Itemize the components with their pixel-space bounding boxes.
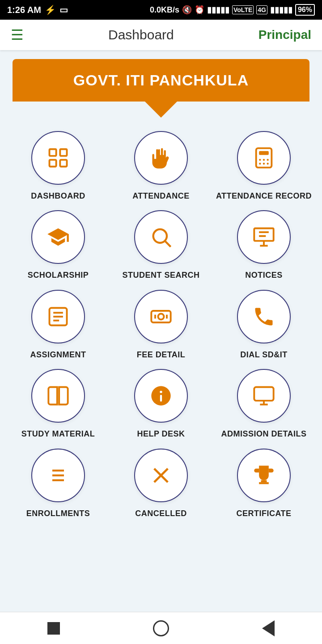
svg-point-11 [267, 163, 269, 165]
svg-rect-2 [50, 160, 56, 166]
fee-detail-circle [134, 290, 188, 343]
menu-item-study-material[interactable]: STUDY MATERIAL [9, 369, 107, 439]
network-speed: 0.0KB/s [150, 5, 179, 15]
svg-rect-38 [261, 480, 267, 482]
svg-rect-5 [259, 151, 269, 155]
signal2-icon: ▮▮▮▮▮ [270, 5, 292, 15]
bottom-nav [0, 612, 322, 644]
svg-rect-30 [254, 387, 273, 401]
menu-item-assignment[interactable]: ASSIGNMENT [9, 290, 107, 360]
admission-details-label: ADMISSION DETAILS [221, 429, 306, 439]
menu-item-cancelled[interactable]: CANCELLED [112, 449, 210, 519]
bolt-icon: ⚡ [45, 4, 56, 15]
svg-rect-1 [60, 149, 67, 156]
back-button[interactable] [255, 615, 282, 642]
attendance-label: ATTENDANCE [132, 191, 190, 201]
student-search-label: STUDENT SEARCH [122, 270, 199, 280]
cancelled-label: CANCELLED [135, 508, 187, 519]
banner-container: GOVT. ITI PANCHKULA [13, 59, 309, 118]
home-button[interactable] [148, 615, 174, 642]
scholarship-circle [31, 210, 85, 264]
screen-icon: ▭ [59, 4, 68, 15]
hamburger-menu[interactable]: ☰ [11, 26, 24, 43]
dial-sdit-label: DIAL SD&IT [240, 350, 288, 360]
menu-item-dashboard[interactable]: DASHBOARD [9, 131, 107, 201]
help-desk-label: HELP DESK [137, 429, 185, 439]
home-icon [153, 620, 169, 636]
assignment-circle [31, 290, 85, 343]
notices-circle [237, 210, 291, 264]
svg-rect-3 [60, 160, 67, 166]
mute-icon: 🔇 [182, 5, 192, 15]
menu-item-scholarship[interactable]: SCHOLARSHIP [9, 210, 107, 280]
student-search-circle [134, 210, 188, 264]
status-left: 1:26 AM ⚡ ▭ [7, 4, 68, 15]
svg-point-6 [259, 159, 261, 161]
assignment-label: ASSIGNMENT [30, 350, 86, 360]
study-material-circle [31, 369, 85, 423]
status-right: 0.0KB/s 🔇 ⏰ ▮▮▮▮▮ VoLTE 4G ▮▮▮▮▮ 96% [150, 4, 315, 16]
menu-item-dial-sdit[interactable]: DIAL SD&IT [215, 290, 313, 360]
menu-item-notices[interactable]: NOTICES [215, 210, 313, 280]
stop-icon [47, 622, 60, 635]
menu-item-enrollments[interactable]: ENROLLMENTS [9, 449, 107, 519]
school-name: GOVT. ITI PANCHKULA [21, 72, 301, 89]
menu-item-student-search[interactable]: STUDENT SEARCH [112, 210, 210, 280]
admission-details-circle [237, 369, 291, 423]
time: 1:26 AM [7, 5, 41, 15]
user-role: Principal [258, 28, 311, 42]
attendance-record-circle [237, 131, 291, 185]
alarm-icon: ⏰ [195, 5, 204, 15]
dashboard-label: DASHBOARD [31, 191, 85, 201]
enrollments-circle [31, 449, 85, 502]
certificate-label: CERTIFICATE [236, 508, 291, 519]
menu-grid: DASHBOARD ATTENDANCE ATTENDANCE RECORD S… [0, 118, 322, 528]
svg-rect-39 [259, 482, 269, 484]
4g-icon: 4G [256, 5, 267, 14]
help-desk-circle [134, 369, 188, 423]
menu-item-attendance-record[interactable]: ATTENDANCE RECORD [215, 131, 313, 201]
stop-button[interactable] [40, 615, 67, 642]
svg-rect-0 [50, 149, 56, 156]
dial-sdit-circle [237, 290, 291, 343]
certificate-circle [237, 449, 291, 502]
volte-icon: VoLTE [232, 5, 254, 14]
menu-item-certificate[interactable]: CERTIFICATE [215, 449, 313, 519]
dashboard-circle [31, 131, 85, 185]
fee-detail-label: FEE DETAIL [137, 350, 186, 360]
svg-line-13 [165, 242, 171, 247]
svg-point-8 [267, 159, 269, 161]
svg-rect-23 [151, 311, 170, 322]
status-bar: 1:26 AM ⚡ ▭ 0.0KB/s 🔇 ⏰ ▮▮▮▮▮ VoLTE 4G ▮… [0, 0, 322, 20]
svg-point-7 [263, 159, 265, 161]
svg-point-9 [259, 163, 261, 165]
cancelled-circle [134, 449, 188, 502]
svg-point-12 [153, 229, 167, 243]
menu-item-fee-detail[interactable]: FEE DETAIL [112, 290, 210, 360]
study-material-label: STUDY MATERIAL [21, 429, 95, 439]
svg-rect-14 [254, 229, 273, 241]
menu-item-help-desk[interactable]: HELP DESK [112, 369, 210, 439]
school-banner: GOVT. ITI PANCHKULA [13, 59, 309, 102]
scholarship-label: SCHOLARSHIP [28, 270, 89, 280]
enrollments-label: ENROLLMENTS [26, 508, 90, 519]
back-icon [262, 620, 275, 636]
attendance-record-label: ATTENDANCE RECORD [216, 191, 312, 201]
svg-point-24 [158, 314, 164, 319]
top-nav: ☰ Dashboard Principal [0, 20, 322, 50]
svg-point-10 [263, 163, 265, 165]
battery: 96% [295, 4, 315, 16]
page-title: Dashboard [108, 27, 174, 42]
menu-item-admission-details[interactable]: ADMISSION DETAILS [215, 369, 313, 439]
banner-arrow [145, 102, 177, 118]
signal-icon: ▮▮▮▮▮ [207, 5, 229, 15]
menu-item-attendance[interactable]: ATTENDANCE [112, 131, 210, 201]
notices-label: NOTICES [245, 270, 283, 280]
attendance-circle [134, 131, 188, 185]
